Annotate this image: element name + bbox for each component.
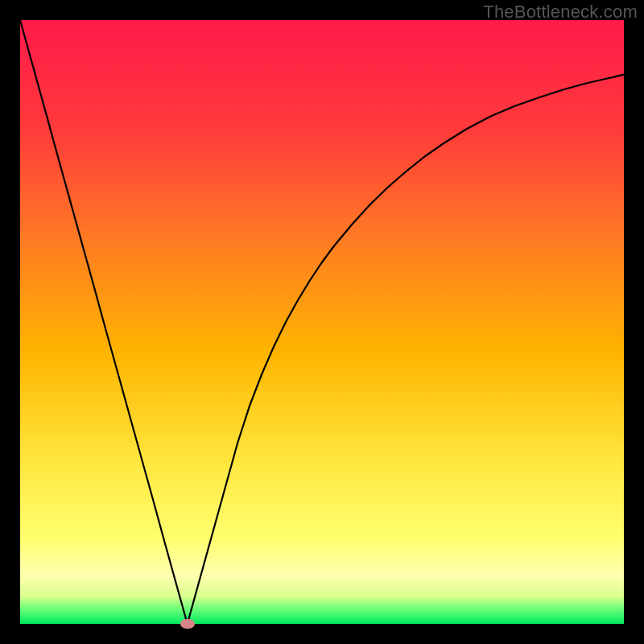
chart-container: { "watermark": "TheBottleneck.com", "col… (0, 0, 644, 644)
bottleneck-curve (20, 20, 624, 624)
plot-area (20, 20, 624, 624)
curve-layer (20, 20, 624, 624)
minimum-marker (180, 619, 195, 629)
